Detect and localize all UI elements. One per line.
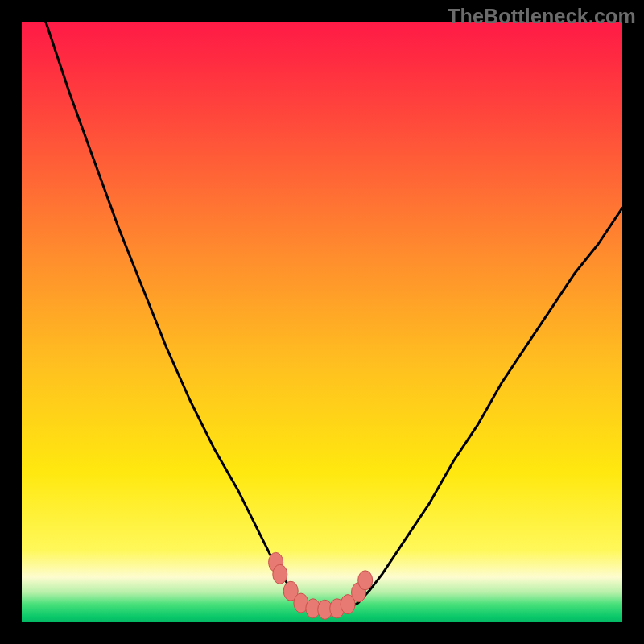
bottleneck-curve <box>22 22 622 622</box>
chart-frame: TheBottleneck.com <box>0 0 644 644</box>
trough-marker <box>358 571 373 590</box>
watermark-text: TheBottleneck.com <box>448 5 636 28</box>
curve-path <box>46 22 622 610</box>
trough-marker <box>273 564 287 584</box>
plot-area <box>22 22 622 622</box>
